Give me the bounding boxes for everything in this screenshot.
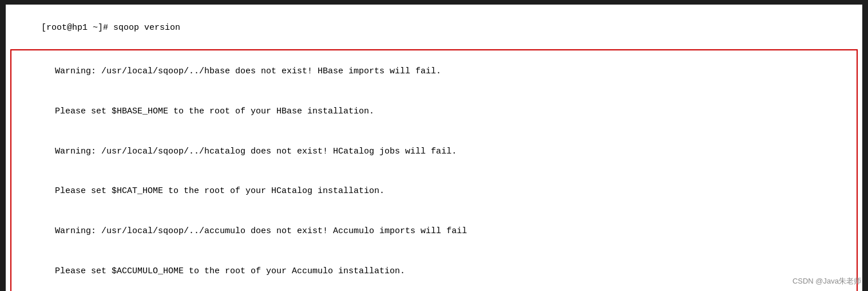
warning-line-3: Warning: /usr/local/sqoop/../hcatalog do… [14,131,854,171]
warning-line-4: Please set $HCAT_HOME to the root of you… [14,171,854,211]
watermark: CSDN @Java朱老师 [792,276,861,286]
warning-line-1: Warning: /usr/local/sqoop/../hbase does … [14,52,854,92]
prompt-line-1: [root@hp1 ~]# sqoop version [10,8,858,48]
terminal-window: [root@hp1 ~]# sqoop version Warning: /us… [0,0,868,291]
warning-box: Warning: /usr/local/sqoop/../hbase does … [10,49,858,291]
warning-line-5: Warning: /usr/local/sqoop/../accumulo do… [14,211,854,251]
warning-line-2: Please set $HBASE_HOME to the root of yo… [14,92,854,132]
prompt-text-1: [root@hp1 ~]# sqoop version [41,23,180,33]
warning-line-6: Please set $ACCUMULO_HOME to the root of… [14,251,854,292]
